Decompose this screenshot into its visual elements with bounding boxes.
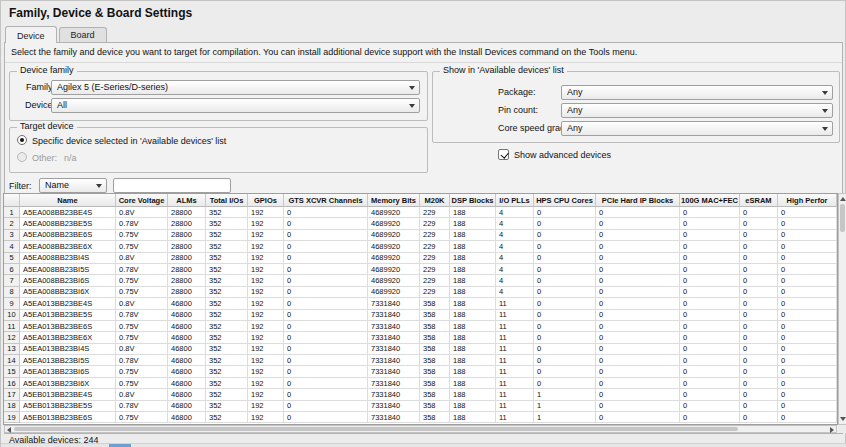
cell: 0 xyxy=(680,401,740,412)
package-select[interactable]: Any xyxy=(561,85,833,100)
table-row[interactable]: 19A5EB013BB23BE6S0.75V468003521920733184… xyxy=(4,412,837,423)
cell: 0 xyxy=(534,298,596,309)
table-row[interactable]: 2A5EA008BB23BE5S0.78V2880035219204689920… xyxy=(4,218,837,229)
cell: 229 xyxy=(420,207,450,218)
column-header[interactable]: eSRAM xyxy=(740,194,778,207)
column-header[interactable]: Core Voltage xyxy=(116,194,168,207)
cell: A5EA013BB23BE5S xyxy=(20,310,116,321)
cell: 188 xyxy=(450,207,496,218)
table-row[interactable]: 15A5EA013BB23BI6S0.75V468003521920733184… xyxy=(4,366,837,377)
column-header[interactable]: PCIe Hard IP Blocks xyxy=(596,194,680,207)
cell: 0 xyxy=(778,230,837,241)
table-row[interactable]: 14A5EA013BB23BI5S0.78V468003521920733184… xyxy=(4,355,837,366)
table-corner[interactable] xyxy=(4,194,20,207)
table-row[interactable]: 3A5EA008BB23BE6S0.75V2880035219204689920… xyxy=(4,230,837,241)
device-select-value: All xyxy=(57,100,67,110)
table-row[interactable]: 8A5EA008BB23BI6X0.75V2880035219204689920… xyxy=(4,287,837,298)
cell: 352 xyxy=(206,310,248,321)
table-horizontal-scrollbar[interactable] xyxy=(4,425,837,433)
table-row[interactable]: 6A5EA008BB23BI5S0.78V2880035219204689920… xyxy=(4,264,837,275)
row-number-cell: 8 xyxy=(4,287,20,298)
column-header[interactable]: 100G MAC+FEC xyxy=(680,194,740,207)
vertical-scrollbar-thumb[interactable] xyxy=(840,204,845,232)
core-speed-grade-select-value: Any xyxy=(567,123,583,133)
column-header[interactable]: Total I/Os xyxy=(206,194,248,207)
row-number-cell: 14 xyxy=(4,355,20,366)
filter-input[interactable] xyxy=(113,178,231,193)
column-header[interactable]: High Perfor xyxy=(778,194,837,207)
filter-field-select[interactable]: Name xyxy=(39,178,107,193)
row-number-cell: 9 xyxy=(4,298,20,309)
cell: 358 xyxy=(420,344,450,355)
cell: 7331840 xyxy=(368,355,420,366)
scroll-down-icon[interactable] xyxy=(840,417,846,421)
cell: 0 xyxy=(740,264,778,275)
table-row[interactable]: 16A5EA013BB23BI6X0.75V468003521920733184… xyxy=(4,378,837,389)
cell: 358 xyxy=(420,378,450,389)
cell: 7331840 xyxy=(368,332,420,343)
cell: 188 xyxy=(450,218,496,229)
column-header[interactable]: ALMs xyxy=(168,194,206,207)
family-select[interactable]: Agilex 5 (E-Series/D-series) xyxy=(51,80,420,95)
table-row[interactable]: 17A5EB013BB23BE4S0.8V4680035219207331840… xyxy=(4,389,837,400)
cell: 0 xyxy=(740,218,778,229)
table-row[interactable]: 4A5EA008BB23BE6X0.75V2880035219204689920… xyxy=(4,241,837,252)
column-header[interactable]: HPS CPU Cores xyxy=(534,194,596,207)
cell: A5EA008BB23BE5S xyxy=(20,218,116,229)
cell: 0 xyxy=(284,253,368,264)
device-family-group: Device family Family: Agilex 5 (E-Series… xyxy=(9,65,428,121)
cell: 358 xyxy=(420,412,450,423)
cell: 358 xyxy=(420,401,450,412)
chevron-down-icon xyxy=(409,86,415,90)
cell: 7331840 xyxy=(368,344,420,355)
scroll-right-icon[interactable] xyxy=(830,427,834,433)
column-header[interactable]: GTS XCVR Channels xyxy=(284,194,368,207)
tab-device[interactable]: Device xyxy=(5,26,57,43)
row-number-cell: 2 xyxy=(4,218,20,229)
cell: 352 xyxy=(206,389,248,400)
table-row[interactable]: 18A5EB013BB23BE5S0.78V468003521920733184… xyxy=(4,401,837,412)
scroll-up-icon[interactable] xyxy=(840,197,846,201)
cell: 0.75V xyxy=(116,230,168,241)
cell: 188 xyxy=(450,321,496,332)
column-header[interactable]: Memory Bits xyxy=(368,194,420,207)
cell: 0.8V xyxy=(116,253,168,264)
column-header[interactable]: M20K xyxy=(420,194,450,207)
table-vertical-scrollbar[interactable] xyxy=(838,193,846,425)
table-row[interactable]: 10A5EA013BB23BE5S0.78V468003521920733184… xyxy=(4,310,837,321)
column-header[interactable]: Name xyxy=(20,194,116,207)
tab-board[interactable]: Board xyxy=(59,27,107,42)
devices-table[interactable]: NameCore VoltageALMsTotal I/OsGPIOsGTS X… xyxy=(4,194,837,423)
column-header[interactable]: GPIOs xyxy=(248,194,284,207)
row-number-cell: 18 xyxy=(4,401,20,412)
core-speed-grade-select[interactable]: Any xyxy=(561,121,833,136)
pin-count-select[interactable]: Any xyxy=(561,103,833,118)
window-horizontal-scrollbar[interactable] xyxy=(1,443,846,447)
cell: 188 xyxy=(450,332,496,343)
table-row[interactable]: 7A5EA008BB23BI6S0.75V2880035219204689920… xyxy=(4,275,837,286)
cell: 188 xyxy=(450,378,496,389)
column-header[interactable]: I/O PLLs xyxy=(496,194,534,207)
table-row[interactable]: 9A5EA013BB23BE4S0.8V46800352192073318403… xyxy=(4,298,837,309)
cell: 0 xyxy=(680,207,740,218)
radio-specific-device[interactable] xyxy=(17,135,27,145)
table-row[interactable]: 1A5EA008BB23BE4S0.8V28800352192046899202… xyxy=(4,207,837,218)
table-row[interactable]: 12A5EA013BB23BE6X0.75V468003521920733184… xyxy=(4,332,837,343)
horizontal-scrollbar-thumb[interactable] xyxy=(14,427,738,431)
scroll-left-icon[interactable] xyxy=(7,427,11,433)
row-number-cell: 15 xyxy=(4,366,20,377)
cell: 358 xyxy=(420,389,450,400)
cell: 192 xyxy=(248,401,284,412)
cell: 0 xyxy=(778,241,837,252)
cell: 28800 xyxy=(168,275,206,286)
table-row[interactable]: 13A5EA013BB23BI4S0.8V4680035219207331840… xyxy=(4,344,837,355)
cell: 11 xyxy=(496,401,534,412)
table-row[interactable]: 5A5EA008BB23BI4S0.8V28800352192046899202… xyxy=(4,253,837,264)
device-select[interactable]: All xyxy=(51,98,420,113)
table-row[interactable]: 11A5EA013BB23BE6S0.75V468003521920733184… xyxy=(4,321,837,332)
cell: 0.75V xyxy=(116,321,168,332)
row-number-cell: 17 xyxy=(4,389,20,400)
cell: 0 xyxy=(284,241,368,252)
cell: A5EA013BB23BI6S xyxy=(20,366,116,377)
column-header[interactable]: DSP Blocks xyxy=(450,194,496,207)
